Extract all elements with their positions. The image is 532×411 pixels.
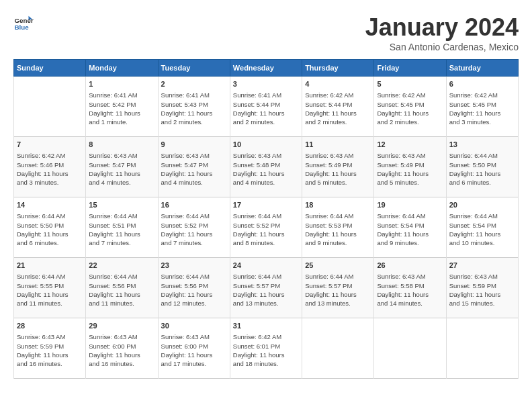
day-number: 27 bbox=[449, 261, 515, 271]
cell-text: Sunset: 5:42 PM bbox=[89, 100, 154, 109]
cell-text: and 4 minutes. bbox=[233, 178, 299, 187]
cell-text: Sunrise: 6:43 AM bbox=[161, 332, 227, 341]
cell-text: Sunset: 5:47 PM bbox=[161, 161, 227, 169]
day-number: 19 bbox=[377, 200, 443, 210]
calendar-cell: 17Sunrise: 6:44 AMSunset: 5:52 PMDayligh… bbox=[230, 197, 302, 258]
cell-text: Sunrise: 6:41 AM bbox=[161, 91, 227, 99]
cell-text: Sunrise: 6:43 AM bbox=[377, 151, 443, 160]
calendar-header-row: SundayMondayTuesdayWednesdayThursdayFrid… bbox=[14, 60, 519, 77]
cell-text: Daylight: 11 hours bbox=[449, 169, 515, 178]
cell-text: Sunset: 5:57 PM bbox=[233, 281, 299, 290]
calendar-cell: 10Sunrise: 6:43 AMSunset: 5:48 PMDayligh… bbox=[230, 137, 302, 197]
cell-text: Sunrise: 6:43 AM bbox=[449, 272, 515, 281]
cell-text: Daylight: 11 hours bbox=[449, 230, 515, 238]
calendar-cell: 15Sunrise: 6:44 AMSunset: 5:51 PMDayligh… bbox=[86, 197, 158, 258]
cell-text: Sunrise: 6:43 AM bbox=[89, 151, 154, 160]
calendar-cell: 22Sunrise: 6:44 AMSunset: 5:56 PMDayligh… bbox=[86, 258, 158, 318]
cell-text: and 1 minute. bbox=[89, 118, 154, 126]
cell-text: Daylight: 11 hours bbox=[89, 230, 154, 238]
calendar-cell: 24Sunrise: 6:44 AMSunset: 5:57 PMDayligh… bbox=[230, 258, 302, 318]
day-number: 20 bbox=[449, 200, 515, 210]
cell-text: Daylight: 11 hours bbox=[305, 109, 371, 118]
cell-text: and 6 minutes. bbox=[17, 238, 83, 247]
day-number: 12 bbox=[377, 140, 443, 150]
cell-text: and 7 minutes. bbox=[89, 238, 154, 247]
calendar-cell: 20Sunrise: 6:44 AMSunset: 5:54 PMDayligh… bbox=[446, 197, 518, 258]
calendar-cell bbox=[302, 318, 374, 379]
day-number: 29 bbox=[89, 321, 154, 331]
title-area: January 2024 San Antonio Cardenas, Mexic… bbox=[365, 13, 519, 52]
cell-text: Sunrise: 6:42 AM bbox=[449, 91, 515, 99]
calendar-cell: 1Sunrise: 6:41 AMSunset: 5:42 PMDaylight… bbox=[86, 77, 158, 137]
day-number: 23 bbox=[161, 261, 227, 271]
cell-text: Sunset: 5:51 PM bbox=[89, 221, 154, 230]
cell-text: Sunrise: 6:43 AM bbox=[89, 332, 154, 341]
cell-text: and 18 minutes. bbox=[233, 359, 299, 368]
day-header-friday: Friday bbox=[374, 60, 446, 77]
cell-text: Sunrise: 6:44 AM bbox=[377, 212, 443, 220]
day-number: 25 bbox=[305, 261, 371, 271]
cell-text: Daylight: 11 hours bbox=[305, 290, 371, 299]
cell-text: Daylight: 11 hours bbox=[17, 351, 83, 359]
day-number: 4 bbox=[305, 79, 371, 89]
calendar-week-1: 1Sunrise: 6:41 AMSunset: 5:42 PMDaylight… bbox=[14, 77, 519, 137]
cell-text: Sunset: 5:49 PM bbox=[305, 161, 371, 169]
cell-text: Daylight: 11 hours bbox=[233, 351, 299, 359]
cell-text: and 3 minutes. bbox=[17, 178, 83, 187]
cell-text: and 4 minutes. bbox=[89, 178, 154, 187]
cell-text: Daylight: 11 hours bbox=[17, 290, 83, 299]
cell-text: Sunrise: 6:42 AM bbox=[233, 332, 299, 341]
cell-text: and 14 minutes. bbox=[377, 299, 443, 308]
cell-text: and 16 minutes. bbox=[89, 359, 154, 368]
cell-text: Daylight: 11 hours bbox=[233, 109, 299, 118]
cell-text: Sunset: 5:52 PM bbox=[161, 221, 227, 230]
day-number: 10 bbox=[233, 140, 299, 150]
calendar-cell: 19Sunrise: 6:44 AMSunset: 5:54 PMDayligh… bbox=[374, 197, 446, 258]
cell-text: Sunset: 5:58 PM bbox=[377, 281, 443, 290]
cell-text: Daylight: 11 hours bbox=[17, 230, 83, 238]
calendar-cell: 2Sunrise: 6:41 AMSunset: 5:43 PMDaylight… bbox=[158, 77, 230, 137]
calendar-cell: 31Sunrise: 6:42 AMSunset: 6:01 PMDayligh… bbox=[230, 318, 302, 379]
cell-text: Daylight: 11 hours bbox=[377, 169, 443, 178]
cell-text: Sunset: 5:56 PM bbox=[161, 281, 227, 290]
cell-text: and 8 minutes. bbox=[233, 238, 299, 247]
cell-text: Sunrise: 6:44 AM bbox=[161, 272, 227, 281]
cell-text: and 6 minutes. bbox=[449, 178, 515, 187]
cell-text: Daylight: 11 hours bbox=[305, 230, 371, 238]
cell-text: Daylight: 11 hours bbox=[161, 290, 227, 299]
day-number: 16 bbox=[161, 200, 227, 210]
calendar-week-4: 21Sunrise: 6:44 AMSunset: 5:55 PMDayligh… bbox=[14, 258, 519, 318]
calendar-cell: 14Sunrise: 6:44 AMSunset: 5:50 PMDayligh… bbox=[14, 197, 86, 258]
cell-text: Daylight: 11 hours bbox=[377, 290, 443, 299]
cell-text: and 2 minutes. bbox=[377, 118, 443, 126]
cell-text: Daylight: 11 hours bbox=[377, 109, 443, 118]
calendar-cell: 11Sunrise: 6:43 AMSunset: 5:49 PMDayligh… bbox=[302, 137, 374, 197]
cell-text: Sunset: 6:00 PM bbox=[161, 342, 227, 351]
cell-text: Sunset: 5:54 PM bbox=[449, 221, 515, 230]
cell-text: Daylight: 11 hours bbox=[89, 351, 154, 359]
cell-text: and 5 minutes. bbox=[305, 178, 371, 187]
cell-text: Sunrise: 6:44 AM bbox=[161, 212, 227, 220]
calendar-cell: 23Sunrise: 6:44 AMSunset: 5:56 PMDayligh… bbox=[158, 258, 230, 318]
cell-text: Daylight: 11 hours bbox=[233, 290, 299, 299]
cell-text: Daylight: 11 hours bbox=[161, 109, 227, 118]
day-number: 14 bbox=[17, 200, 83, 210]
cell-text: Sunset: 5:45 PM bbox=[449, 100, 515, 109]
calendar-table: SundayMondayTuesdayWednesdayThursdayFrid… bbox=[13, 59, 519, 379]
cell-text: Sunrise: 6:44 AM bbox=[89, 272, 154, 281]
cell-text: Daylight: 11 hours bbox=[161, 169, 227, 178]
cell-text: Sunrise: 6:43 AM bbox=[161, 151, 227, 160]
cell-text: Sunrise: 6:44 AM bbox=[89, 212, 154, 220]
calendar-cell: 5Sunrise: 6:42 AMSunset: 5:45 PMDaylight… bbox=[374, 77, 446, 137]
day-number: 11 bbox=[305, 140, 371, 150]
cell-text: Daylight: 11 hours bbox=[161, 351, 227, 359]
day-header-tuesday: Tuesday bbox=[158, 60, 230, 77]
calendar-cell bbox=[14, 77, 86, 137]
cell-text: Sunrise: 6:44 AM bbox=[17, 212, 83, 220]
cell-text: and 9 minutes. bbox=[305, 238, 371, 247]
day-number: 21 bbox=[17, 261, 83, 271]
calendar-cell: 28Sunrise: 6:43 AMSunset: 5:59 PMDayligh… bbox=[14, 318, 86, 379]
cell-text: Sunrise: 6:43 AM bbox=[305, 151, 371, 160]
cell-text: and 13 minutes. bbox=[305, 299, 371, 308]
calendar-cell: 12Sunrise: 6:43 AMSunset: 5:49 PMDayligh… bbox=[374, 137, 446, 197]
